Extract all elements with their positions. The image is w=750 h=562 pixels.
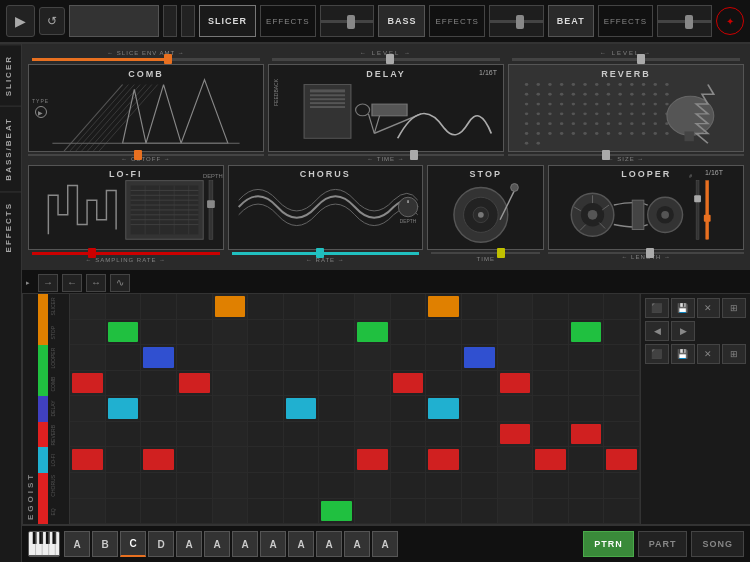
seq-cell-6-12[interactable] <box>498 447 534 472</box>
slicer-button[interactable]: SLICER <box>199 5 256 37</box>
seq-cell-8-7[interactable] <box>319 499 355 524</box>
seq-cell-0-6[interactable] <box>284 294 320 319</box>
slice-env-slider[interactable] <box>32 58 260 61</box>
seq-cell-5-11[interactable] <box>462 422 498 447</box>
seq-cell-2-13[interactable] <box>533 345 569 370</box>
seq-cell-2-3[interactable] <box>177 345 213 370</box>
seq-cell-2-0[interactable] <box>70 345 106 370</box>
seq-cell-1-1[interactable] <box>106 320 142 345</box>
seq-cell-3-4[interactable] <box>213 371 249 396</box>
seq-cell-5-13[interactable] <box>533 422 569 447</box>
seq-cell-6-6[interactable] <box>284 447 320 472</box>
type-play-button[interactable]: ▶ <box>35 106 47 118</box>
prev-button[interactable]: ◀ <box>645 321 669 341</box>
seq-cell-1-13[interactable] <box>533 320 569 345</box>
seq-cell-8-11[interactable] <box>462 499 498 524</box>
note-button-6[interactable]: A <box>232 531 258 557</box>
seq-cell-5-15[interactable] <box>604 422 640 447</box>
seq-cell-8-6[interactable] <box>284 499 320 524</box>
seq-cell-5-14[interactable] <box>569 422 605 447</box>
seq-cell-0-3[interactable] <box>177 294 213 319</box>
seq-cell-0-9[interactable] <box>391 294 427 319</box>
seq-cell-4-15[interactable] <box>604 396 640 421</box>
slicer-effects-slider[interactable] <box>320 5 375 37</box>
seq-cell-0-4[interactable] <box>213 294 249 319</box>
seq-cell-5-5[interactable] <box>248 422 284 447</box>
note-button-0[interactable]: A <box>64 531 90 557</box>
seq-cell-3-12[interactable] <box>498 371 534 396</box>
seq-cell-5-7[interactable] <box>319 422 355 447</box>
sampling-rate-bar[interactable] <box>32 252 220 255</box>
sidebar-tab-effects[interactable]: EFFECTS <box>0 191 21 262</box>
seq-cell-3-3[interactable] <box>177 371 213 396</box>
seq-cell-2-6[interactable] <box>284 345 320 370</box>
seq-cell-6-0[interactable] <box>70 447 106 472</box>
seq-cell-0-11[interactable] <box>462 294 498 319</box>
seq-cell-7-12[interactable] <box>498 473 534 498</box>
seq-cell-1-6[interactable] <box>284 320 320 345</box>
seq-cell-8-0[interactable] <box>70 499 106 524</box>
seq-cell-2-5[interactable] <box>248 345 284 370</box>
seq-cell-6-2[interactable] <box>141 447 177 472</box>
seq-cell-3-9[interactable] <box>391 371 427 396</box>
seq-cell-1-10[interactable] <box>426 320 462 345</box>
seq-cell-3-15[interactable] <box>604 371 640 396</box>
seq-cell-7-11[interactable] <box>462 473 498 498</box>
seq-cell-8-1[interactable] <box>106 499 142 524</box>
level-slider-2[interactable] <box>512 58 740 61</box>
seq-cell-4-0[interactable] <box>70 396 106 421</box>
seq-cell-7-8[interactable] <box>355 473 391 498</box>
seq-cell-1-2[interactable] <box>141 320 177 345</box>
beat-effects-slider[interactable] <box>657 5 712 37</box>
seq-cell-5-10[interactable] <box>426 422 462 447</box>
seq-cell-8-4[interactable] <box>213 499 249 524</box>
level-slider-1[interactable] <box>272 58 500 61</box>
seq-cell-1-7[interactable] <box>319 320 355 345</box>
seq-cell-8-13[interactable] <box>533 499 569 524</box>
seq-cell-3-14[interactable] <box>569 371 605 396</box>
seq-cell-2-1[interactable] <box>106 345 142 370</box>
seq-cell-7-4[interactable] <box>213 473 249 498</box>
seq-cell-0-15[interactable] <box>604 294 640 319</box>
seq-cell-4-11[interactable] <box>462 396 498 421</box>
seq-row-5[interactable] <box>70 422 640 448</box>
seq-cell-1-15[interactable] <box>604 320 640 345</box>
seq-cell-0-7[interactable] <box>319 294 355 319</box>
seq-cell-0-12[interactable] <box>498 294 534 319</box>
seq-cell-0-13[interactable] <box>533 294 569 319</box>
stop-time-slider[interactable] <box>431 252 540 254</box>
seq-cell-6-14[interactable] <box>569 447 605 472</box>
seq-cell-6-5[interactable] <box>248 447 284 472</box>
seq-row-8[interactable] <box>70 499 640 525</box>
seq-row-3[interactable] <box>70 371 640 397</box>
seq-cell-6-15[interactable] <box>604 447 640 472</box>
loop-button[interactable]: ↺ <box>39 7 65 35</box>
grid-button-2[interactable]: ⊞ <box>722 344 746 364</box>
note-button-10[interactable]: A <box>344 531 370 557</box>
song-button[interactable]: SONG <box>691 531 744 557</box>
seq-cell-1-11[interactable] <box>462 320 498 345</box>
seq-cell-4-5[interactable] <box>248 396 284 421</box>
seq-cell-1-0[interactable] <box>70 320 106 345</box>
seq-cell-4-6[interactable] <box>284 396 320 421</box>
seq-cell-5-8[interactable] <box>355 422 391 447</box>
seq-cell-5-0[interactable] <box>70 422 106 447</box>
seq-row-0[interactable] <box>70 294 640 320</box>
seq-cell-3-13[interactable] <box>533 371 569 396</box>
seq-cell-2-7[interactable] <box>319 345 355 370</box>
seq-cell-5-2[interactable] <box>141 422 177 447</box>
note-button-3[interactable]: D <box>148 531 174 557</box>
seq-cell-5-12[interactable] <box>498 422 534 447</box>
seq-cell-2-15[interactable] <box>604 345 640 370</box>
seq-cell-5-1[interactable] <box>106 422 142 447</box>
seq-cell-1-12[interactable] <box>498 320 534 345</box>
rate-bar[interactable] <box>232 252 420 255</box>
seq-cell-4-10[interactable] <box>426 396 462 421</box>
seq-cell-1-8[interactable] <box>355 320 391 345</box>
cutoff-slider[interactable] <box>28 154 264 156</box>
seq-cell-7-2[interactable] <box>141 473 177 498</box>
seq-wave-icon[interactable]: ∿ <box>110 274 130 292</box>
seq-arrow-both[interactable]: ↔ <box>86 274 106 292</box>
seq-cell-2-8[interactable] <box>355 345 391 370</box>
seq-cell-6-11[interactable] <box>462 447 498 472</box>
